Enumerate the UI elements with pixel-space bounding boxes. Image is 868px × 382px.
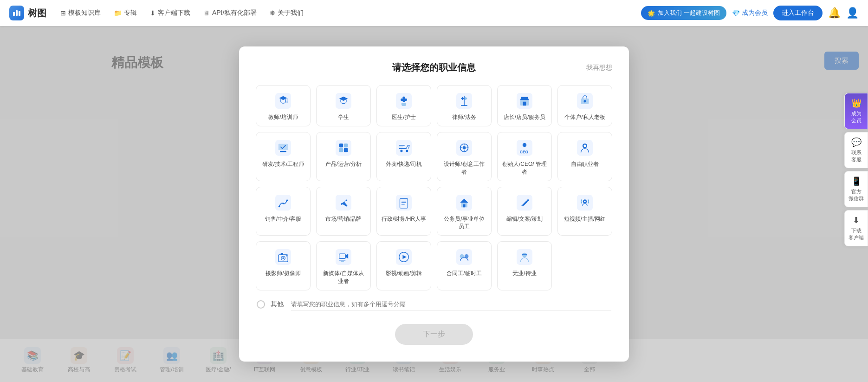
profession-icon-product: [335, 139, 352, 157]
template-library-icon: ⊞: [60, 9, 66, 17]
profession-card-marketing[interactable]: 市场/营销/品牌: [316, 187, 371, 236]
profession-icon-delivery: [395, 139, 413, 157]
api-icon: 🖥: [203, 9, 210, 17]
nav-album[interactable]: 📁 专辑: [114, 9, 137, 17]
profession-card-civil[interactable]: 公务员/事业单位员工: [437, 187, 492, 236]
become-member-button[interactable]: 💎 成为会员: [732, 9, 768, 17]
profession-card-delivery[interactable]: 外卖/快递/司机: [376, 132, 431, 181]
svg-point-42: [279, 205, 280, 207]
profession-card-photographer[interactable]: 摄影师/摄像师: [256, 241, 311, 290]
svg-point-30: [463, 146, 466, 150]
svg-point-75: [522, 253, 527, 257]
other-row: 其他: [256, 298, 612, 311]
profession-card-student[interactable]: 学生: [316, 85, 371, 126]
profession-label-lawyer: 律师/法务: [452, 113, 476, 121]
nav-api[interactable]: 🖥 API/私有化部署: [203, 9, 257, 17]
profession-icon-editor: [516, 194, 533, 211]
profession-card-engineer[interactable]: 研发/技术/工程师: [256, 132, 311, 181]
float-icon-2: 📱: [851, 176, 862, 186]
profession-label-designer: 设计师/创意工作者: [442, 160, 486, 176]
other-input[interactable]: [291, 298, 611, 311]
svg-point-16: [583, 100, 586, 103]
profession-card-admin[interactable]: 行政/财务/HR人事: [376, 187, 431, 236]
float-label-2: 官方 微信群: [849, 188, 864, 202]
profession-icon-student: [335, 92, 352, 110]
profession-card-selfemployed[interactable]: 个体户/私人老板: [557, 85, 612, 126]
navbar-right: 🌟 加入我们 一起建设树图 💎 成为会员 进入工作台 🔔 👤: [641, 6, 859, 20]
float-icon-1: 💬: [851, 137, 862, 147]
svg-rect-24: [344, 148, 348, 152]
logo[interactable]: 树图: [9, 6, 46, 20]
join-banner-button[interactable]: 🌟 加入我们 一起建设树图: [641, 6, 726, 20]
nav-client-download[interactable]: ⬇ 客户端下载: [150, 9, 190, 17]
profession-icon-admin: [395, 194, 413, 211]
profession-icon-designer: [455, 139, 473, 157]
profession-label-freelancer: 自由职业者: [571, 160, 599, 168]
profession-card-sales[interactable]: 销售/中介/客服: [256, 187, 311, 236]
profession-label-ceo: 创始人/CEO/ 管理者: [502, 160, 547, 176]
float-icon-0: 👑: [851, 98, 862, 108]
float-panel-item-0[interactable]: 👑 成为 会员: [844, 93, 868, 129]
profession-label-civil: 公务员/事业单位员工: [442, 215, 486, 231]
profession-icon-civil: [455, 194, 473, 211]
svg-rect-3: [275, 93, 291, 109]
profession-icon-lawyer: [455, 92, 473, 110]
profession-card-lawyer[interactable]: 律师/法务: [437, 85, 492, 126]
float-panel-item-3[interactable]: ⬇ 下载 客户端: [844, 210, 868, 246]
diamond-icon: 💎: [732, 9, 740, 17]
svg-point-36: [523, 143, 527, 147]
navbar: 树图 ⊞ 模板知识库 📁 专辑 ⬇ 客户端下载 🖥 API/私有化部署 ❋ 关于…: [0, 0, 868, 26]
modal-header: 请选择您的职业信息 我再想想: [256, 61, 612, 74]
notification-bell-icon[interactable]: 🔔: [828, 7, 841, 19]
profession-card-product[interactable]: 产品/运营/分析: [316, 132, 371, 181]
svg-rect-13: [523, 102, 526, 106]
profession-card-designer[interactable]: 设计师/创意工作者: [437, 132, 492, 181]
profession-card-editor[interactable]: 编辑/文案/策划: [497, 187, 552, 236]
svg-rect-25: [396, 140, 412, 156]
profession-card-doctor[interactable]: 医生/护士: [376, 85, 431, 126]
nav-about[interactable]: ❋ 关于我们: [270, 9, 304, 17]
svg-point-58: [584, 200, 585, 202]
profession-card-animation[interactable]: 影视/动画/剪辑: [376, 241, 431, 290]
svg-point-5: [286, 101, 288, 103]
float-panel-item-1[interactable]: 💬 联系 客服: [844, 132, 868, 168]
float-label-1: 联系 客服: [851, 149, 862, 163]
profession-grid: 教师/培训师 学生 医生/护士 律师/法务 店长/店员/服务员: [256, 85, 612, 290]
profession-card-contract[interactable]: 合同工/临时工: [437, 241, 492, 290]
svg-point-43: [282, 203, 284, 204]
float-panel-item-2[interactable]: 📱 官方 微信群: [844, 171, 868, 207]
modal-title: 请选择您的职业信息: [392, 61, 476, 74]
profession-label-streamer: 短视频/主播/网红: [564, 215, 606, 223]
modal-skip-button[interactable]: 我再想想: [586, 64, 612, 72]
float-label-3: 下载 客户端: [849, 227, 864, 241]
download-icon: ⬇: [150, 9, 155, 17]
profession-card-unemployed[interactable]: 无业/待业: [497, 241, 552, 290]
svg-point-44: [286, 199, 288, 201]
profession-card-streamer[interactable]: 短视频/主播/网红: [557, 187, 612, 236]
profession-card-shopkeeper[interactable]: 店长/店员/服务员: [497, 85, 552, 126]
svg-rect-21: [339, 144, 343, 148]
nav-template-library[interactable]: ⊞ 模板知识库: [60, 9, 101, 17]
about-icon: ❋: [270, 9, 275, 17]
logo-icon: [9, 6, 24, 20]
svg-rect-23: [339, 148, 343, 152]
profession-icon-sales: [274, 194, 292, 211]
join-banner-icon: 🌟: [648, 10, 655, 17]
profession-icon-shopkeeper: [516, 92, 533, 110]
enter-workspace-button[interactable]: 进入工作台: [773, 6, 823, 20]
svg-point-26: [400, 150, 402, 152]
user-avatar[interactable]: 👤: [846, 7, 859, 19]
profession-card-teacher[interactable]: 教师/培训师: [256, 85, 311, 126]
profession-label-editor: 编辑/文案/策划: [506, 215, 543, 223]
svg-rect-18: [279, 144, 288, 151]
other-label: 其他: [271, 300, 285, 309]
svg-text:CEO: CEO: [520, 150, 529, 154]
svg-point-62: [282, 257, 284, 259]
profession-card-ceo[interactable]: CEO 创始人/CEO/ 管理者: [497, 132, 552, 181]
profession-card-newmedia[interactable]: 新媒体/自媒体从业者: [316, 241, 371, 290]
profession-label-admin: 行政/财务/HR人事: [382, 215, 426, 223]
profession-card-freelancer[interactable]: 自由职业者: [557, 132, 612, 181]
profession-label-engineer: 研发/技术/工程师: [262, 160, 304, 168]
next-button[interactable]: 下一步: [395, 324, 473, 345]
other-radio[interactable]: [257, 300, 265, 309]
